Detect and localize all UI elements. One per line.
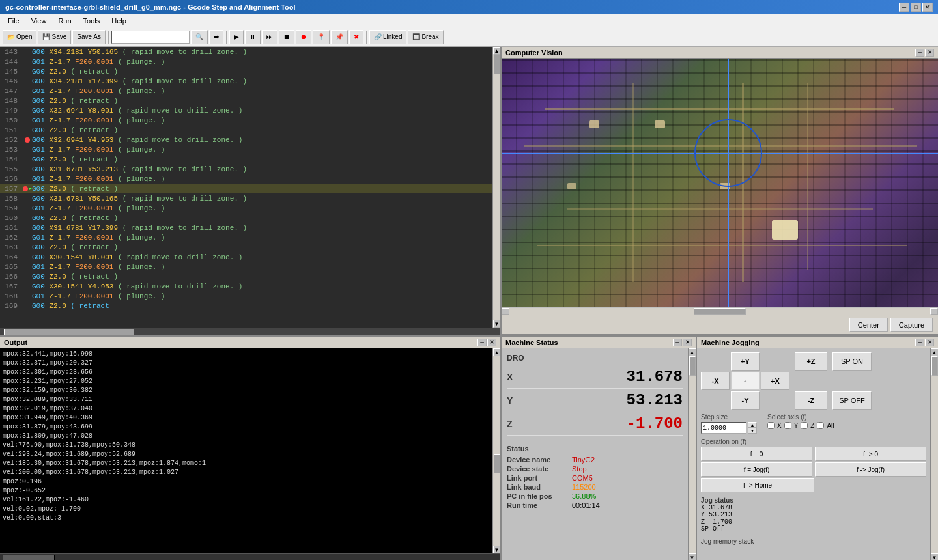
search-button[interactable]: 🔍 bbox=[191, 30, 208, 44]
scroll-thumb[interactable] bbox=[494, 55, 500, 74]
run-button[interactable]: ▶ bbox=[229, 30, 244, 44]
output-minimize-button[interactable]: ─ bbox=[477, 339, 487, 346]
cv-title: Computer Vision bbox=[505, 49, 563, 57]
jog-scroll-down[interactable]: ▼ bbox=[931, 553, 939, 560]
scroll-track[interactable] bbox=[493, 55, 500, 320]
axis-all-checkbox[interactable] bbox=[817, 422, 824, 429]
f-eq-jog-button[interactable]: f = Jog(f) bbox=[701, 462, 812, 477]
search-next-button[interactable]: ➡ bbox=[209, 30, 223, 44]
jog-plus-y-button[interactable]: +Y bbox=[731, 352, 760, 371]
output-panel-header: Output ─ ✕ bbox=[0, 337, 500, 348]
pause-button[interactable]: ⏸ bbox=[245, 30, 261, 44]
jogging-title: Machine Jogging bbox=[701, 339, 760, 346]
break-button[interactable]: 🔲 Break bbox=[408, 30, 443, 44]
code-editor-panel: 143G00 X34.2181 Y50.165 ( rapid move to … bbox=[0, 47, 502, 335]
jog-scroll-thumb[interactable] bbox=[931, 356, 938, 376]
step-size-input[interactable] bbox=[701, 422, 746, 434]
menu-file[interactable]: File bbox=[3, 16, 25, 26]
output-scroll-thumb[interactable] bbox=[494, 454, 500, 473]
f-arrow-jog-button[interactable]: f -> Jog(f) bbox=[815, 462, 926, 477]
ms-scroll-thumb[interactable] bbox=[689, 356, 696, 376]
save-as-button[interactable]: Save As bbox=[72, 30, 106, 44]
output-close-button[interactable]: ✕ bbox=[487, 339, 496, 346]
output-scroll-track[interactable] bbox=[493, 356, 500, 546]
search-icon: 🔍 bbox=[195, 33, 203, 40]
scroll-up-arrow[interactable]: ▲ bbox=[493, 47, 501, 55]
jog-z-col: +Z -Z bbox=[795, 352, 827, 410]
table-row: 159G01 Z-1.7 F200.0001 ( plunge. ) bbox=[0, 203, 492, 213]
list-item: mpox:32.301,mpoy:23.656 bbox=[3, 368, 490, 377]
scroll-down-arrow[interactable]: ▼ bbox=[493, 320, 501, 328]
linked-button[interactable]: 🔗 Linked bbox=[369, 30, 406, 44]
step-button[interactable]: ⏭ bbox=[262, 30, 277, 44]
capture-button[interactable]: Capture bbox=[890, 318, 933, 332]
jog-scrollbar-vertical[interactable]: ▲ ▼ bbox=[930, 348, 938, 560]
record-button[interactable]: ⏺ bbox=[296, 30, 311, 44]
jog-minimize-button[interactable]: ─ bbox=[915, 339, 924, 346]
center-button[interactable]: Center bbox=[849, 318, 888, 332]
jog-status-z-row: Z -1.700 bbox=[701, 518, 926, 525]
cv-close-button[interactable]: ✕ bbox=[925, 49, 934, 57]
close-button[interactable]: ✕ bbox=[922, 3, 933, 12]
code-scrollbar-vertical[interactable]: ▲ ▼ bbox=[492, 47, 500, 328]
menu-view[interactable]: View bbox=[26, 16, 52, 26]
axis-z-checkbox[interactable] bbox=[801, 422, 808, 429]
output-scroll-up[interactable]: ▲ bbox=[493, 348, 501, 356]
jog-close-button[interactable]: ✕ bbox=[925, 339, 934, 346]
machine-status-panel: Machine Status ─ ✕ DRO X 31.678 bbox=[502, 337, 697, 560]
open-button[interactable]: 📂 Open bbox=[3, 30, 36, 44]
ms-scroll-down[interactable]: ▼ bbox=[689, 553, 696, 560]
pc-file-pos-row: PC in file pos 36.88% bbox=[507, 492, 683, 501]
ms-scroll-track[interactable] bbox=[689, 356, 696, 553]
ms-scroll-up[interactable]: ▲ bbox=[689, 348, 696, 356]
jog-xy-pad: +Y -X + +X bbox=[701, 352, 789, 410]
step-size-up[interactable]: ▲ bbox=[748, 422, 757, 428]
ms-close-button[interactable]: ✕ bbox=[683, 339, 692, 346]
jog-scroll-track[interactable] bbox=[931, 356, 938, 553]
cancel-button[interactable]: ✖ bbox=[349, 30, 363, 44]
table-row: 153G01 Z-1.7 F200.0001 ( plunge. ) bbox=[0, 145, 492, 154]
link-icon: 🔗 bbox=[374, 33, 382, 40]
f-arrow-home-button[interactable]: f -> Home bbox=[701, 478, 814, 492]
table-row: 163G00 Z2.0 ( retract ) bbox=[0, 242, 492, 252]
ms-minimize-button[interactable]: ─ bbox=[673, 339, 682, 346]
output-scrollbar-vertical[interactable]: ▲ ▼ bbox=[492, 348, 500, 553]
jog-minus-x-button[interactable]: -X bbox=[701, 372, 730, 390]
dro-x-axis: X bbox=[507, 372, 520, 382]
jog-minus-y-button[interactable]: -Y bbox=[731, 391, 760, 410]
axis-x-checkbox[interactable] bbox=[767, 422, 775, 429]
jog-scroll-up[interactable]: ▲ bbox=[931, 348, 939, 356]
ms-scrollbar-vertical[interactable]: ▲ ▼ bbox=[688, 348, 696, 560]
machine-status-buttons: ─ ✕ bbox=[673, 339, 692, 346]
save-button[interactable]: 💾 Save bbox=[38, 30, 71, 44]
code-scroll-area[interactable]: 143G00 X34.2181 Y50.165 ( rapid move to … bbox=[0, 47, 492, 328]
menu-help[interactable]: Help bbox=[106, 16, 132, 26]
jog-minus-z-button[interactable]: -Z bbox=[795, 391, 827, 410]
jogging-panel-header: Machine Jogging ─ ✕ bbox=[697, 337, 938, 348]
jog-plus-x-button[interactable]: +X bbox=[761, 372, 789, 390]
list-item: mpox:32.371,mpoy:20.327 bbox=[3, 359, 490, 368]
marker2-button[interactable]: 📌 bbox=[331, 30, 348, 44]
sp-on-button[interactable]: SP ON bbox=[832, 352, 872, 371]
cv-minimize-button[interactable]: ─ bbox=[915, 49, 924, 57]
search-input[interactable] bbox=[111, 31, 190, 44]
code-scrollbar-horizontal[interactable] bbox=[0, 328, 500, 335]
sp-off-button[interactable]: SP OFF bbox=[832, 391, 872, 410]
f-eq-0-button[interactable]: f = 0 bbox=[701, 447, 812, 461]
step-size-down[interactable]: ▼ bbox=[748, 428, 757, 434]
axis-y-checkbox[interactable] bbox=[784, 422, 791, 429]
output-content[interactable]: mpox:32.441,mpoy:16.998mpox:32.371,mpoy:… bbox=[0, 348, 492, 553]
stop-button[interactable]: ⏹ bbox=[279, 30, 294, 44]
menu-tools[interactable]: Tools bbox=[78, 16, 106, 26]
bottom-area: Output ─ ✕ mpox:32.441,mpoy:16.998mpox:3… bbox=[0, 335, 938, 560]
minimize-button[interactable]: ─ bbox=[899, 3, 909, 12]
menu-run[interactable]: Run bbox=[53, 16, 76, 26]
output-scrollbar-horizontal[interactable] bbox=[0, 553, 500, 560]
maximize-button[interactable]: □ bbox=[911, 3, 921, 12]
jog-plus-z-button[interactable]: +Z bbox=[795, 352, 827, 371]
output-scroll-down[interactable]: ▼ bbox=[493, 546, 501, 553]
f-arrow-0-button[interactable]: f -> 0 bbox=[815, 447, 926, 461]
cv-scrollbar-horizontal[interactable] bbox=[502, 307, 938, 315]
marker1-button[interactable]: 📍 bbox=[313, 30, 330, 44]
axis-x-label: X bbox=[777, 422, 782, 429]
